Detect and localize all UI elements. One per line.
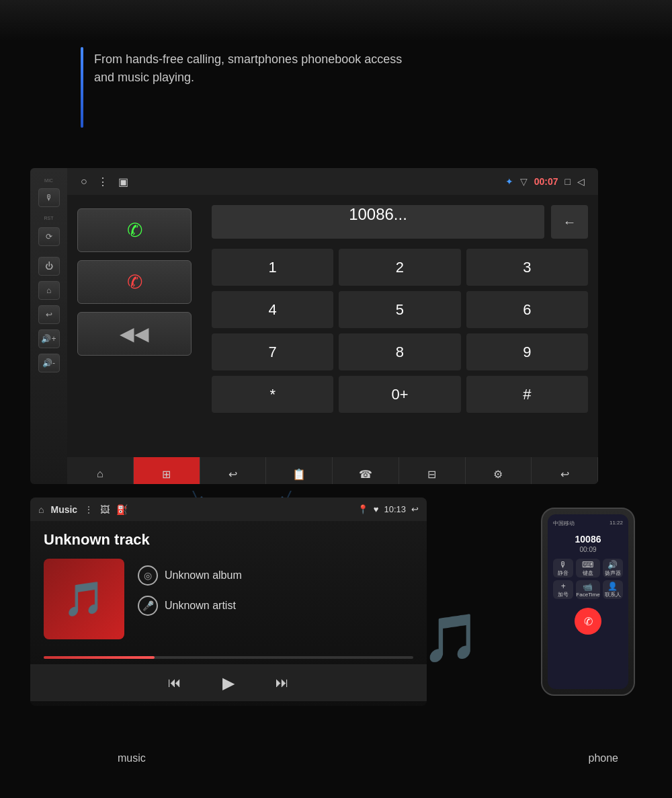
dialer-screen: ○ ⋮ ▣ ✦ ▽ 00:07 □ ◁ ✆ ✆ ◀◀ [67, 168, 598, 484]
power-button[interactable]: ⏻ [38, 257, 60, 276]
phone-speaker-btn[interactable]: 🔊 扬声器 [603, 559, 623, 577]
phone-facetime-btn[interactable]: 📹 FaceTime [576, 580, 599, 599]
artist-info-item: 🎤 Unknown artist [138, 596, 242, 616]
add-label: 加号 [558, 591, 569, 598]
music-app-label: Music [50, 504, 77, 515]
music-label: music [118, 752, 146, 764]
facetime-icon: 📹 [583, 582, 593, 592]
call-buttons-panel: ✆ ✆ ◀◀ [67, 195, 202, 457]
phone-end-call-button[interactable]: ✆ [575, 608, 601, 635]
key-8[interactable]: 8 [339, 333, 460, 370]
keypad-panel: 10086... ← 1 2 3 4 5 6 7 8 9 * 0+ # [202, 195, 598, 457]
prev-track-button[interactable]: ⏮ [161, 670, 188, 696]
music-back-icon[interactable]: ↩ [411, 504, 419, 514]
music-heart-icon: ♥ [374, 504, 379, 514]
keypad-icon: ⌨ [582, 560, 593, 569]
key-star[interactable]: * [212, 376, 333, 413]
rst-button[interactable]: ⟳ [38, 227, 60, 246]
number-input[interactable]: 10086... [212, 205, 544, 239]
music-pin-icon: 📍 [358, 504, 368, 514]
keypad-grid: 1 2 3 4 5 6 7 8 9 * 0+ # [212, 249, 588, 413]
toolbar-keypad[interactable]: ⊞ [134, 457, 200, 484]
next-track-button[interactable]: ⏭ [269, 670, 296, 696]
music-home-icon[interactable]: ⌂ [38, 504, 44, 515]
toolbar-calculator[interactable]: ⊟ [399, 457, 466, 484]
toolbar-redirect[interactable]: ↩ [200, 457, 267, 484]
wifi-icon: ▽ [520, 176, 528, 187]
back-button[interactable]: ↩ [38, 305, 60, 324]
toolbar-calls[interactable]: ☎ [333, 457, 399, 484]
key-5[interactable]: 5 [339, 291, 460, 328]
vol-up-button[interactable]: 🔊+ [38, 329, 60, 348]
side-panel: MIC 🎙 RST ⟳ ⏻ ⌂ ↩ 🔊+ 🔊- [30, 168, 67, 484]
toolbar-home[interactable]: ⌂ [67, 457, 134, 484]
key-3[interactable]: 3 [466, 249, 588, 286]
progress-area [30, 656, 427, 659]
screenshot-icon[interactable]: ▣ [118, 175, 128, 188]
mic-button[interactable]: 🎙 [38, 188, 60, 207]
phone-buttons-grid: 🎙 静音 ⌨ 键盘 🔊 扬声器 + 加号 📹 FaceTime 👤 联系人 [553, 559, 623, 599]
phone-status-bar: 中国移动 11:22 [553, 520, 623, 527]
phone-add-btn[interactable]: + 加号 [553, 580, 573, 599]
mic-label: MIC [44, 178, 53, 183]
back-nav-icon[interactable]: ◁ [577, 176, 585, 187]
music-controls: ⏮ ▶ ⏭ [30, 664, 427, 701]
toolbar-settings[interactable]: ⚙ [466, 457, 532, 484]
phone-carrier: 中国移动 [553, 520, 575, 527]
key-7[interactable]: 7 [212, 333, 333, 370]
status-left-icons: ○ ⋮ ▣ [81, 175, 128, 188]
add-icon: + [561, 582, 566, 591]
music-usb-icon: ⛽ [116, 504, 128, 515]
phone-keypad-btn[interactable]: ⌨ 键盘 [576, 559, 599, 577]
album-info-item: ◎ Unknown album [138, 565, 242, 586]
key-4[interactable]: 4 [212, 291, 333, 328]
progress-bar[interactable] [44, 656, 413, 659]
top-texture [0, 0, 672, 40]
album-art: 🎵 [44, 559, 124, 639]
speaker-label: 扬声器 [605, 569, 621, 577]
music-note-decoration: 🎵 [422, 610, 480, 666]
toolbar-back[interactable]: ↩ [532, 457, 598, 484]
menu-icon[interactable]: ⋮ [97, 175, 108, 188]
description-text: From hands-free calling, smartphones pho… [94, 50, 417, 87]
music-screen: ⌂ Music ⋮ 🖼 ⛽ 📍 ♥ 10:13 ↩ Unknown track … [30, 497, 427, 706]
music-time: 10:13 [384, 504, 406, 514]
accept-call-button[interactable]: ✆ [77, 208, 192, 252]
rst-label: RST [44, 216, 54, 221]
vol-down-button[interactable]: 🔊- [38, 354, 60, 372]
home-icon[interactable]: ○ [81, 175, 87, 188]
dialer-body: ✆ ✆ ◀◀ 10086... ← 1 2 3 4 5 [67, 195, 598, 457]
key-1[interactable]: 1 [212, 249, 333, 286]
progress-fill [44, 656, 155, 659]
keypad-label: 键盘 [583, 569, 593, 577]
mute-button[interactable]: ◀◀ [77, 312, 192, 356]
music-screen-icon: 🖼 [100, 504, 110, 515]
key-2[interactable]: 2 [339, 249, 460, 286]
speaker-icon: 🔊 [607, 560, 618, 569]
play-pause-button[interactable]: ▶ [215, 670, 242, 696]
decline-call-button[interactable]: ✆ [77, 260, 192, 304]
phone-call-duration: 00:09 [553, 546, 623, 553]
key-9[interactable]: 9 [466, 333, 588, 370]
phone-mute-btn[interactable]: 🎙 静音 [553, 559, 573, 577]
key-6[interactable]: 6 [466, 291, 588, 328]
dialer-status-bar: ○ ⋮ ▣ ✦ ▽ 00:07 □ ◁ [67, 168, 598, 195]
number-display-area: 10086... ← [212, 205, 588, 239]
key-0[interactable]: 0+ [339, 376, 460, 413]
home-button[interactable]: ⌂ [38, 281, 60, 300]
key-hash[interactable]: # [466, 376, 588, 413]
toolbar-phonebook[interactable]: 📋 [266, 457, 333, 484]
phone-contacts-btn[interactable]: 👤 联系人 [603, 580, 623, 599]
backspace-button[interactable]: ← [551, 205, 588, 239]
music-body: Unknown track 🎵 ◎ Unknown album 🎤 Unknow… [30, 521, 427, 649]
dialer-container: MIC 🎙 RST ⟳ ⏻ ⌂ ↩ 🔊+ 🔊- ○ ⋮ ▣ ✦ ▽ 00:07 … [30, 168, 608, 484]
facetime-label: FaceTime [576, 592, 599, 598]
phone-time-display: 11:22 [610, 520, 623, 527]
artist-icon: 🎤 [138, 596, 158, 616]
bluetooth-icon: ✦ [505, 176, 513, 187]
music-menu-icon[interactable]: ⋮ [84, 504, 93, 515]
phone-label: phone [589, 752, 619, 764]
status-right-area: ✦ ▽ 00:07 □ ◁ [505, 176, 585, 187]
music-track-title: Unknown track [44, 531, 413, 549]
mute-icon: 🎙 [559, 560, 567, 569]
